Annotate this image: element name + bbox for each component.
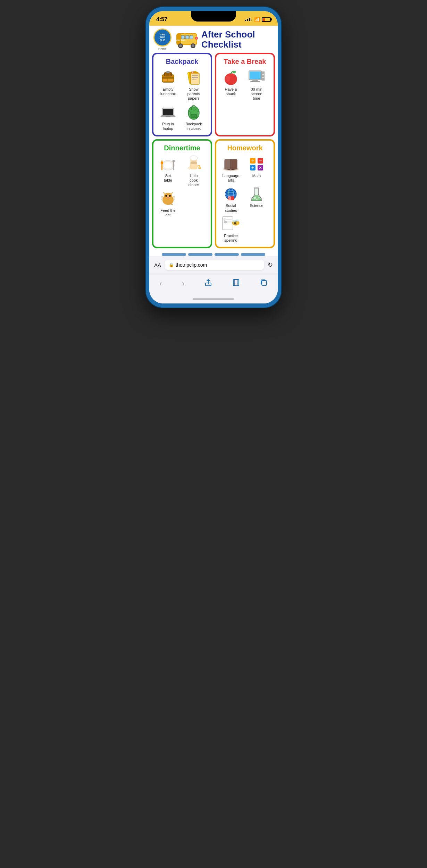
svg-rect-86 — [231, 159, 237, 169]
home-indicator — [149, 296, 278, 303]
backpack-icon — [184, 103, 204, 121]
svg-point-105 — [256, 199, 258, 200]
list-item[interactable]: Feed thecat — [156, 190, 180, 217]
svg-rect-103 — [254, 187, 259, 189]
svg-rect-3 — [181, 35, 185, 39]
dinnertime-items: Settable — [156, 155, 208, 217]
app-header: THETRIPCLIP Home School bus — [149, 26, 278, 53]
list-item[interactable]: Plug inlaptop — [156, 103, 180, 131]
svg-point-108 — [258, 198, 259, 199]
homework-card: Homework — [215, 139, 275, 248]
list-item[interactable]: ÷ − + × Math — [245, 155, 268, 183]
list-item[interactable]: Backpackin closet — [182, 103, 206, 131]
language-arts-label: Languagearts — [223, 174, 240, 183]
list-item[interactable]: Emptylunchbox — [156, 68, 180, 101]
svg-rect-28 — [163, 109, 173, 115]
svg-point-7 — [179, 44, 182, 47]
svg-point-106 — [258, 197, 260, 199]
svg-point-39 — [226, 75, 230, 82]
spelling-icon: B b bee — [221, 215, 241, 233]
svg-rect-44 — [250, 81, 260, 82]
break-items: Have asnack — [219, 68, 271, 101]
list-item[interactable]: 30 minscreentime — [245, 68, 268, 101]
svg-rect-36 — [189, 111, 190, 116]
science-label: Science — [250, 203, 263, 208]
cook-label: Helpcookdinner — [189, 174, 199, 187]
font-size-button[interactable]: AA — [154, 262, 161, 268]
screentime-label: 30 minscreentime — [251, 87, 262, 101]
svg-rect-102 — [228, 196, 231, 200]
list-item[interactable]: Helpcookdinner — [182, 155, 206, 187]
svg-marker-67 — [163, 192, 166, 194]
computer-icon — [246, 68, 267, 86]
back-button[interactable]: ‹ — [156, 278, 165, 290]
papers-icon — [184, 68, 204, 86]
svg-rect-85 — [225, 159, 231, 169]
list-item[interactable]: Showparentspapers — [182, 68, 206, 101]
break-title: Take a Break — [219, 58, 271, 66]
bookmarks-button[interactable] — [229, 277, 243, 290]
svg-rect-53 — [162, 162, 163, 164]
snack-label: Have asnack — [225, 87, 237, 96]
list-item[interactable]: Have asnack — [219, 68, 243, 101]
svg-rect-52 — [161, 162, 162, 164]
svg-rect-21 — [191, 73, 199, 84]
page-title: After School Checklist — [201, 30, 255, 49]
list-item[interactable]: Languagearts — [219, 155, 243, 183]
dinnertime-card: Dinnertime — [152, 139, 212, 248]
svg-point-104 — [254, 197, 256, 199]
svg-text:÷: ÷ — [251, 158, 254, 164]
backpack-title: Backpack — [156, 58, 208, 66]
checklist-grid: Backpack — [149, 53, 278, 251]
list-item[interactable]: B b bee — [219, 215, 243, 243]
bolt-icon: ⚡ — [265, 18, 268, 21]
math-label: Math — [252, 174, 261, 178]
share-button[interactable] — [201, 277, 216, 290]
social-studies-label: Socialstudies — [225, 203, 237, 212]
status-bar: 4:57 📶 ⚡ — [149, 11, 278, 26]
homework-title: Homework — [219, 144, 271, 152]
status-time: 4:57 — [156, 16, 167, 23]
svg-point-122 — [236, 222, 239, 224]
logo-area: THETRIPCLIP Home — [153, 28, 171, 51]
lunchbox-label: Emptylunchbox — [160, 87, 176, 96]
svg-rect-30 — [166, 116, 170, 117]
svg-point-26 — [192, 72, 193, 73]
logo-circle: THETRIPCLIP — [153, 28, 171, 47]
url-bar[interactable]: 🔒 thetripclip.com — [165, 260, 264, 270]
svg-point-73 — [170, 195, 171, 196]
list-item[interactable]: Socialstudies — [219, 185, 243, 212]
svg-point-123 — [235, 222, 236, 223]
forward-button[interactable]: › — [178, 278, 188, 290]
homework-items: Languagearts ÷ − + — [219, 155, 271, 243]
tabs-button[interactable] — [257, 277, 271, 290]
svg-rect-127 — [234, 279, 238, 286]
list-item[interactable]: Settable — [156, 155, 180, 187]
spelling-label: Practicespelling — [224, 234, 238, 243]
svg-rect-42 — [250, 72, 261, 79]
svg-rect-5 — [190, 35, 193, 39]
notch — [191, 11, 236, 22]
svg-rect-128 — [262, 281, 267, 285]
dinnertime-title: Dinnertime — [156, 144, 208, 152]
home-label[interactable]: Home — [158, 47, 167, 51]
laptop-icon — [158, 103, 178, 121]
svg-rect-43 — [252, 80, 258, 81]
math-icon: ÷ − + × — [246, 155, 267, 173]
svg-rect-18 — [168, 79, 173, 81]
svg-rect-4 — [185, 35, 189, 39]
phone-screen: 4:57 📶 ⚡ THET — [149, 11, 278, 303]
home-bar — [193, 298, 234, 300]
status-icons: 📶 ⚡ — [245, 17, 271, 22]
apple-icon — [221, 68, 241, 86]
svg-rect-14 — [162, 77, 174, 78]
app-content: THETRIPCLIP Home School bus — [149, 26, 278, 256]
svg-rect-33 — [192, 105, 195, 107]
svg-rect-17 — [163, 79, 167, 81]
backpack-items: Emptylunchbox — [156, 68, 208, 131]
list-item[interactable]: Science — [245, 185, 268, 212]
refresh-button[interactable]: ↻ — [268, 261, 273, 269]
svg-point-16 — [167, 72, 169, 73]
url-text: thetripclip.com — [176, 262, 207, 268]
svg-point-124 — [235, 222, 235, 222]
